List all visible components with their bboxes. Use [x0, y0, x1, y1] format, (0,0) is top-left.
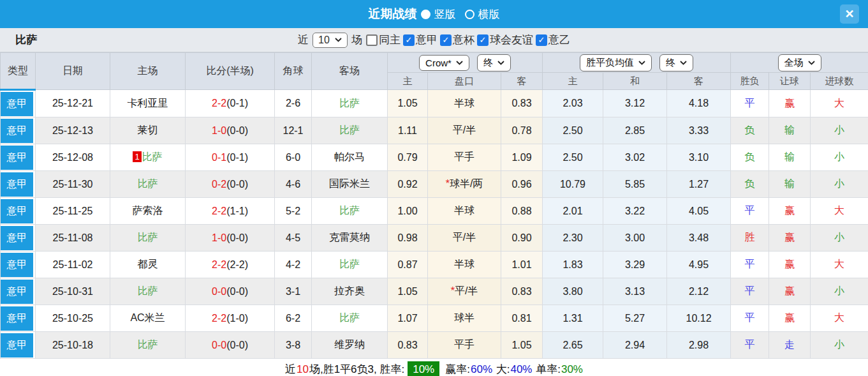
result-goals: 小 — [811, 117, 868, 144]
league-filter-意甲[interactable]: ✓意甲 — [403, 33, 438, 47]
league-filter-同主[interactable]: 同主 — [366, 33, 401, 47]
odds-time-select[interactable]: 终 — [477, 54, 511, 71]
odds-away: 0.90 — [501, 225, 543, 252]
league-type-cell: 意甲 — [1, 305, 36, 332]
away-team: 比萨 — [312, 90, 388, 117]
home-team: 萨索洛 — [110, 198, 186, 225]
avg-time-select[interactable]: 终 — [659, 54, 693, 71]
odds-away: 0.88 — [501, 198, 543, 225]
odds-home: 1.05 — [388, 90, 428, 117]
score-cell: 2-2(0-1) — [186, 90, 275, 117]
avg-odds-draw: 2.85 — [603, 117, 667, 144]
away-team: 克雷莫纳 — [312, 225, 388, 252]
match-count-select[interactable]: 10 — [313, 33, 348, 48]
chevron-down-icon — [680, 61, 687, 65]
odds-home: 0.79 — [388, 144, 428, 171]
odds-away: 0.96 — [501, 171, 543, 198]
handicap-cell: 平手 — [428, 332, 501, 359]
home-team: 比萨 — [110, 171, 186, 198]
close-button[interactable]: ✕ — [840, 4, 859, 24]
avg-odds-away: 4.18 — [667, 90, 731, 117]
layout-radio-竖版[interactable]: 竖版 — [421, 7, 456, 22]
result-handicap: 赢 — [769, 90, 811, 117]
avg-odds-home: 2.50 — [543, 117, 603, 144]
odds-home: 0.98 — [388, 225, 428, 252]
home-team: 都灵 — [110, 252, 186, 278]
subcol-goals: 进球数 — [811, 73, 868, 90]
match-date: 25-10-18 — [36, 332, 110, 359]
avg-odds-away: 2.12 — [667, 278, 731, 305]
odds-home: 0.92 — [388, 171, 428, 198]
checkbox-unchecked-icon — [366, 34, 378, 46]
checkbox-checked-icon: ✓ — [403, 34, 415, 46]
summary-segment: 赢率: — [445, 362, 470, 376]
avg-odds-away: 3.10 — [667, 144, 731, 171]
match-row[interactable]: 意甲 25-12-08 1比萨 0-1(0-1) 6-0 帕尔马 0.79 平手… — [1, 144, 868, 171]
home-team: 莱切 — [110, 117, 186, 144]
result-wdl: 平 — [731, 332, 769, 359]
result-handicap: 赢 — [769, 198, 811, 225]
avg-odds-home: 2.30 — [543, 225, 603, 252]
match-date: 25-11-02 — [36, 252, 110, 278]
table-body: 意甲 25-12-21 卡利亚里 2-2(0-1) 2-6 比萨 1.05 半球… — [1, 90, 868, 359]
corner-score: 3-8 — [275, 332, 312, 359]
checkbox-label: 意甲 — [416, 33, 438, 47]
summary-segment: 10% — [408, 361, 439, 376]
home-team: 比萨 — [110, 278, 186, 305]
avg-odds-home: 10.79 — [543, 171, 603, 198]
home-team: 卡利亚里 — [110, 90, 186, 117]
checkbox-label: 球会友谊 — [490, 33, 533, 47]
avg-odds-home: 1.83 — [543, 252, 603, 278]
odds-away: 0.83 — [501, 90, 543, 117]
close-icon: ✕ — [844, 7, 854, 21]
result-handicap: 输 — [769, 117, 811, 144]
corner-score: 6-2 — [275, 305, 312, 332]
score-cell: 0-1(0-1) — [186, 144, 275, 171]
avg-source-select[interactable]: 胜平负均值 — [580, 54, 652, 71]
avg-odds-home: 1.31 — [543, 305, 603, 332]
rank-badge: 1 — [133, 151, 141, 162]
league-filter-意乙[interactable]: ✓意乙 — [536, 33, 570, 47]
league-filter-意杯[interactable]: ✓意杯 — [440, 33, 474, 47]
subcol-avg-home: 主 — [543, 73, 603, 90]
match-row[interactable]: 意甲 25-10-18 比萨 0-0(0-0) 3-8 维罗纳 0.83 平手 … — [1, 332, 868, 359]
away-team: 比萨 — [312, 198, 388, 225]
league-type-cell: 意甲 — [1, 90, 36, 117]
match-row[interactable]: 意甲 25-10-31 比萨 0-0(0-0) 3-1 拉齐奥 1.05 *平/… — [1, 278, 868, 305]
league-filter-球会友谊[interactable]: ✓球会友谊 — [477, 33, 533, 47]
checkbox-checked-icon: ✓ — [477, 34, 489, 46]
header-group-row: 类型 日期 主场 比分(半场) 角球 客场 Crow* 终 — [1, 53, 868, 73]
score-cell: 0-2(0-0) — [186, 171, 275, 198]
avg-odds-draw: 3.00 — [603, 225, 667, 252]
result-handicap: 输 — [769, 171, 811, 198]
match-row[interactable]: 意甲 25-11-02 都灵 2-2(2-2) 4-2 比萨 0.87 半球 1… — [1, 252, 868, 278]
handicap-cell: 平手 — [428, 144, 501, 171]
recent-label: 近 — [298, 33, 309, 47]
layout-radio-横版[interactable]: 横版 — [465, 7, 500, 22]
league-type-cell: 意甲 — [1, 278, 36, 305]
odds-away: 1.09 — [501, 144, 543, 171]
match-row[interactable]: 意甲 25-11-25 萨索洛 2-2(1-1) 5-2 比萨 1.00 半球 … — [1, 198, 868, 225]
summary-segment: 大: — [493, 362, 510, 376]
match-row[interactable]: 意甲 25-11-30 比萨 0-2(0-0) 4-6 国际米兰 0.92 *球… — [1, 171, 868, 198]
match-date: 25-11-25 — [36, 198, 110, 225]
corner-score: 4-2 — [275, 252, 312, 278]
match-row[interactable]: 意甲 25-10-25 AC米兰 2-2(1-0) 6-2 比萨 1.07 球半… — [1, 305, 868, 332]
match-row[interactable]: 意甲 25-12-13 莱切 1-0(0-0) 12-1 比萨 1.11 平/半… — [1, 117, 868, 144]
result-goals: 大 — [811, 198, 868, 225]
avg-odds-group: 胜平负均值 终 — [543, 53, 731, 73]
match-row[interactable]: 意甲 25-12-21 卡利亚里 2-2(0-1) 2-6 比萨 1.05 半球… — [1, 90, 868, 117]
odds-away: 1.05 — [501, 332, 543, 359]
match-row[interactable]: 意甲 25-11-08 比萨 1-0(0-0) 4-5 克雷莫纳 0.98 平/… — [1, 225, 868, 252]
result-wdl: 平 — [731, 278, 769, 305]
team-name: 比萨 — [15, 33, 37, 47]
result-wdl: 胜 — [731, 225, 769, 252]
home-team: 比萨 — [110, 332, 186, 359]
result-wdl: 负 — [731, 144, 769, 171]
away-team: 比萨 — [312, 117, 388, 144]
home-team: AC米兰 — [110, 305, 186, 332]
col-header-type: 类型 — [1, 53, 36, 90]
home-team: 1比萨 — [110, 144, 186, 171]
odds-source-select[interactable]: Crow* — [419, 55, 469, 71]
scope-select[interactable]: 全场 — [778, 54, 821, 71]
